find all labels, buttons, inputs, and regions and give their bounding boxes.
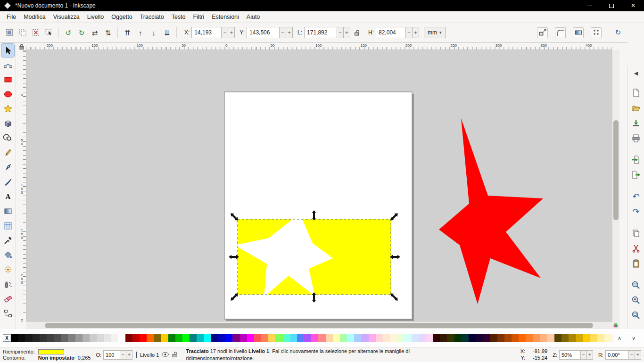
scale-corners-toggle[interactable] (555, 27, 566, 38)
bucket-tool[interactable] (1, 248, 14, 262)
color-swatch[interactable] (225, 334, 232, 342)
x-field[interactable]: 14,193 (191, 27, 222, 38)
color-swatch[interactable] (590, 334, 597, 342)
color-swatch[interactable] (18, 334, 25, 342)
rectangle-tool[interactable] (1, 73, 14, 86)
color-swatch[interactable] (597, 334, 604, 342)
menu-estensioni[interactable]: Estensioni (208, 12, 243, 22)
palette-scroll-down-button[interactable]: ∨ (632, 335, 636, 341)
color-swatch[interactable] (512, 334, 519, 342)
move-patterns-toggle[interactable] (591, 27, 602, 38)
height-minus-button[interactable]: − (406, 27, 413, 38)
color-swatch[interactable] (232, 334, 239, 342)
deselect-button[interactable] (30, 26, 42, 39)
red-star[interactable] (439, 118, 543, 304)
color-swatch[interactable] (168, 334, 175, 342)
rotation-field[interactable]: 0,00° (605, 350, 629, 360)
color-swatch[interactable] (247, 334, 254, 342)
export-button[interactable] (629, 168, 643, 181)
color-swatch[interactable] (469, 334, 476, 342)
color-swatch[interactable] (404, 334, 411, 342)
new-document-button[interactable] (629, 86, 643, 99)
menu-visualizza[interactable]: Visualizza (50, 12, 83, 22)
color-swatch[interactable] (283, 334, 290, 342)
opacity-field[interactable]: 100 (103, 350, 120, 360)
color-swatch[interactable] (490, 334, 497, 342)
zoom-minus-button[interactable]: − (581, 350, 587, 360)
color-swatch[interactable] (504, 334, 512, 342)
print-button[interactable] (629, 132, 643, 145)
mesh-tool[interactable] (1, 219, 14, 232)
save-button[interactable] (629, 116, 643, 130)
opacity-minus-button[interactable]: − (120, 350, 126, 360)
rotation-plus-button[interactable]: + (635, 350, 641, 360)
color-swatch[interactable] (154, 334, 161, 342)
color-swatch[interactable] (190, 334, 197, 342)
color-swatch[interactable] (268, 334, 275, 342)
menu-aiuto[interactable]: Aiuto (243, 12, 264, 22)
width-plus-button[interactable]: + (344, 27, 350, 38)
color-swatch[interactable] (447, 334, 454, 342)
color-swatch[interactable] (483, 334, 490, 342)
color-swatch[interactable] (340, 334, 347, 342)
zoom-selection-button[interactable] (629, 279, 643, 292)
redo-button[interactable]: ↷ (629, 205, 643, 218)
color-swatch[interactable] (261, 334, 268, 342)
color-swatch[interactable] (540, 334, 547, 342)
color-swatch[interactable] (304, 334, 311, 342)
color-swatch[interactable] (297, 334, 304, 342)
no-color-swatch[interactable]: X (3, 334, 11, 342)
y-plus-button[interactable]: + (286, 27, 293, 38)
color-swatch[interactable] (75, 334, 83, 342)
x-plus-button[interactable]: + (228, 27, 235, 38)
opacity-plus-button[interactable]: + (126, 350, 132, 360)
spray-tool[interactable] (1, 278, 14, 291)
color-swatch[interactable] (218, 334, 225, 342)
color-swatch[interactable] (547, 334, 554, 342)
color-swatch[interactable] (90, 334, 97, 342)
color-swatch[interactable] (61, 334, 68, 342)
select-all-button[interactable] (3, 26, 16, 39)
layer-name[interactable]: Livello 1 (140, 352, 159, 358)
menu-file[interactable]: File (3, 12, 20, 22)
flip-vertical-button[interactable]: ⇅ (102, 26, 114, 39)
selection-cursor-button[interactable] (43, 26, 55, 39)
menu-filtri[interactable]: Filtri (190, 12, 208, 22)
color-swatch[interactable] (361, 334, 368, 342)
color-swatch[interactable] (33, 334, 40, 342)
height-plus-button[interactable]: + (413, 27, 419, 38)
color-swatch[interactable] (526, 334, 533, 342)
star-tool[interactable] (1, 102, 14, 115)
color-swatch[interactable] (140, 334, 147, 342)
horizontal-scrollbar[interactable] (26, 321, 612, 329)
current-fill-swatch[interactable] (38, 349, 64, 354)
rotate-cw-button[interactable]: ↻ (75, 26, 88, 39)
color-swatch[interactable] (211, 334, 218, 342)
tweak-tool[interactable] (1, 263, 14, 276)
color-swatch[interactable] (533, 334, 540, 342)
zoom-plus-button[interactable]: + (587, 350, 593, 360)
color-swatch[interactable] (290, 334, 297, 342)
snap-collapse-button[interactable]: ◀ (629, 68, 643, 78)
color-swatch[interactable] (519, 334, 526, 342)
color-swatch[interactable] (369, 334, 376, 342)
color-swatch[interactable] (254, 334, 261, 342)
reset-button[interactable]: ↻ (612, 26, 624, 39)
color-swatch[interactable] (118, 334, 125, 342)
color-swatch[interactable] (40, 334, 47, 342)
y-field[interactable]: 143,506 (247, 27, 280, 38)
palette-scroll-up-button[interactable]: ∧ (618, 335, 621, 341)
x-minus-button[interactable]: − (222, 27, 228, 38)
open-button[interactable] (629, 101, 643, 115)
lower-button[interactable]: ↓ (148, 26, 160, 39)
rotate-ccw-button[interactable]: ↺ (62, 26, 74, 39)
height-field[interactable]: 82,004 (376, 27, 406, 38)
color-swatch[interactable] (433, 334, 440, 342)
color-swatch[interactable] (182, 334, 190, 342)
color-swatch[interactable] (326, 334, 333, 342)
width-field[interactable]: 171,892 (304, 27, 337, 38)
fill-stroke-indicator[interactable]: Riempimento: Contorno: Non impostato 0,2… (3, 349, 91, 361)
selector-tool[interactable] (1, 44, 14, 57)
vertical-scrollbar[interactable] (612, 50, 619, 321)
color-swatch[interactable] (97, 334, 104, 342)
